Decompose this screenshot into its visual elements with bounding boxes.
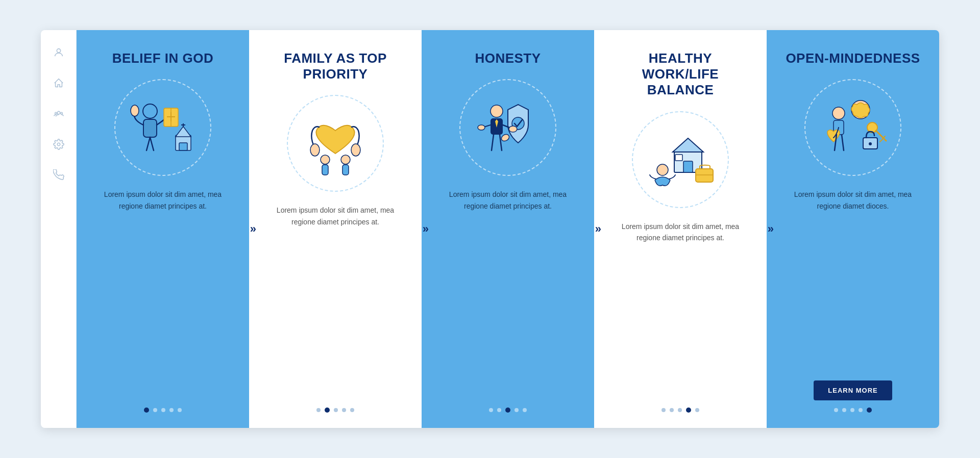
dot-1: [316, 408, 321, 412]
dot-4: [514, 408, 519, 412]
dot-2: [670, 408, 674, 412]
dot-5: [867, 408, 872, 413]
card-honesty-illustration: [457, 77, 559, 179]
card-belief-description: Lorem ipsum dolor sit dim amet, mea regi…: [92, 189, 234, 397]
dot-1: [662, 408, 666, 412]
dot-4: [169, 408, 174, 412]
dot-4: [686, 408, 691, 413]
dot-3: [334, 408, 338, 412]
dot-2: [842, 408, 846, 412]
svg-point-0: [57, 49, 60, 53]
card-balance-description: Lorem ipsum dolor sit dim amet, mea regi…: [609, 221, 751, 397]
card-honesty: HONESTY: [422, 30, 594, 428]
card-openmindedness-dots: [834, 408, 872, 413]
card-family-description: Lorem ipsum dolor sit dim amet, mea regi…: [264, 205, 406, 397]
card-family-dots: [316, 408, 354, 413]
svg-point-4: [57, 143, 60, 146]
dot-4: [342, 408, 346, 412]
card-balance: HEALTHY WORK/LIFE BALANCE: [594, 30, 767, 428]
chevron-1: »: [250, 222, 256, 236]
dot-1: [834, 408, 838, 412]
card-belief-illustration: [112, 77, 214, 179]
dot-3: [678, 408, 682, 412]
main-container: BELIEF IN GOD: [41, 30, 939, 428]
card-honesty-description: Lorem ipsum dolor sit dim amet, mea regi…: [437, 189, 579, 397]
dot-5: [178, 408, 182, 412]
chevron-2: »: [423, 222, 429, 236]
card-openmindedness-description: Lorem ipsum dolor sit dim amet, mea regi…: [782, 189, 924, 370]
svg-point-3: [60, 112, 62, 114]
card-honesty-title: HONESTY: [475, 50, 541, 66]
contacts-icon[interactable]: [52, 107, 66, 121]
card-family-illustration: [284, 92, 386, 194]
home-icon[interactable]: [52, 76, 66, 90]
card-family-title: FAMILY AS TOP PRIORITY: [264, 50, 406, 82]
dot-5: [350, 408, 354, 412]
dot-2: [325, 408, 330, 413]
sidebar: [41, 30, 77, 428]
card-balance-illustration: [629, 109, 731, 211]
card-openmindedness-title: OPEN-MINDEDNESS: [786, 50, 920, 66]
card-balance-title: HEALTHY WORK/LIFE BALANCE: [609, 50, 751, 98]
card-balance-dots: [662, 408, 699, 413]
learn-more-button[interactable]: LEARN MORE: [814, 380, 892, 400]
phone-icon[interactable]: [52, 168, 66, 182]
dot-2: [153, 408, 157, 412]
card-honesty-dots: [489, 408, 527, 413]
settings-icon[interactable]: [52, 137, 66, 151]
card-family: FAMILY AS TOP PRIORITY: [249, 30, 422, 428]
dot-3: [161, 408, 165, 412]
svg-point-2: [55, 112, 57, 114]
dot-1: [144, 408, 149, 413]
card-belief-dots: [144, 408, 182, 413]
svg-point-1: [57, 111, 60, 114]
card-openmindedness: OPEN-MINDEDNESS: [767, 30, 939, 428]
dot-3: [505, 408, 510, 413]
chevron-3: »: [595, 222, 601, 236]
dot-3: [850, 408, 854, 412]
dot-2: [497, 408, 501, 412]
dot-5: [695, 408, 699, 412]
card-openmindedness-illustration: [802, 77, 904, 179]
card-belief: BELIEF IN GOD: [77, 30, 249, 428]
dot-4: [859, 408, 863, 412]
user-icon[interactable]: [52, 45, 66, 60]
dot-1: [489, 408, 493, 412]
dot-5: [523, 408, 527, 412]
card-belief-title: BELIEF IN GOD: [112, 50, 214, 66]
chevron-4: »: [768, 222, 774, 236]
cards-container: BELIEF IN GOD: [77, 30, 939, 428]
